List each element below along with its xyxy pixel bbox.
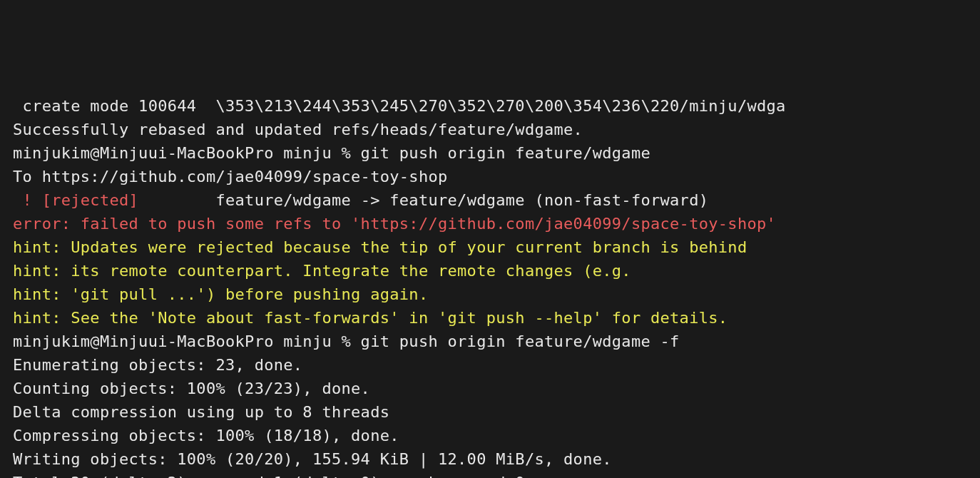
terminal-line: hint: its remote counterpart. Integrate … xyxy=(13,259,967,283)
terminal-text-segment: hint: 'git pull ...') before pushing aga… xyxy=(13,285,428,303)
terminal-text-segment: feature/wdgame -> feature/wdgame (non-fa… xyxy=(138,191,708,209)
terminal-text-segment: hint: Updates were rejected because the … xyxy=(13,238,747,256)
terminal-line: Delta compression using up to 8 threads xyxy=(13,400,967,424)
terminal-text-segment: Counting objects: 100% (23/23), done. xyxy=(13,380,370,397)
terminal-text-segment: Writing objects: 100% (20/20), 155.94 Ki… xyxy=(13,450,612,468)
terminal-text-segment: Compressing objects: 100% (18/18), done. xyxy=(13,427,399,444)
terminal-line: Compressing objects: 100% (18/18), done. xyxy=(13,424,967,447)
terminal-output[interactable]: create mode 100644 \353\213\244\353\245\… xyxy=(13,94,967,478)
terminal-line: hint: 'git pull ...') before pushing aga… xyxy=(13,283,967,306)
terminal-line: minjukim@Minjuui-MacBookPro minju % git … xyxy=(13,330,967,353)
terminal-line: Total 20 (delta 2), reused 1 (delta 0), … xyxy=(13,471,967,478)
terminal-text-segment: Total 20 (delta 2), reused 1 (delta 0), … xyxy=(13,474,525,478)
terminal-text-segment: Delta compression using up to 8 threads xyxy=(13,403,389,421)
terminal-text-segment: Enumerating objects: 23, done. xyxy=(13,356,302,374)
terminal-text-segment: To https://github.com/jae04099/space-toy… xyxy=(13,168,448,185)
terminal-line: ! [rejected] feature/wdgame -> feature/w… xyxy=(13,188,967,212)
terminal-line: minjukim@Minjuui-MacBookPro minju % git … xyxy=(13,141,967,165)
terminal-line: create mode 100644 \353\213\244\353\245\… xyxy=(13,94,967,118)
terminal-text-segment: minjukim@Minjuui-MacBookPro minju % git … xyxy=(13,144,650,162)
terminal-line: hint: See the 'Note about fast-forwards'… xyxy=(13,306,967,330)
terminal-line: Writing objects: 100% (20/20), 155.94 Ki… xyxy=(13,447,967,471)
terminal-text-segment: hint: See the 'Note about fast-forwards'… xyxy=(13,309,728,327)
terminal-text-segment: error: failed to push some refs to 'http… xyxy=(13,215,776,233)
terminal-line: To https://github.com/jae04099/space-toy… xyxy=(13,165,967,188)
terminal-text-segment: minjukim@Minjuui-MacBookPro minju % git … xyxy=(13,332,680,350)
terminal-text-segment: ! [rejected] xyxy=(13,191,138,209)
terminal-line: hint: Updates were rejected because the … xyxy=(13,235,967,259)
terminal-line: error: failed to push some refs to 'http… xyxy=(13,212,967,235)
terminal-text-segment: Successfully rebased and updated refs/he… xyxy=(13,121,583,138)
terminal-text-segment: hint: its remote counterpart. Integrate … xyxy=(13,262,631,280)
terminal-line: Successfully rebased and updated refs/he… xyxy=(13,118,967,141)
terminal-line: Enumerating objects: 23, done. xyxy=(13,353,967,377)
terminal-text-segment: create mode 100644 \353\213\244\353\245\… xyxy=(13,97,786,115)
terminal-line: Counting objects: 100% (23/23), done. xyxy=(13,377,967,400)
